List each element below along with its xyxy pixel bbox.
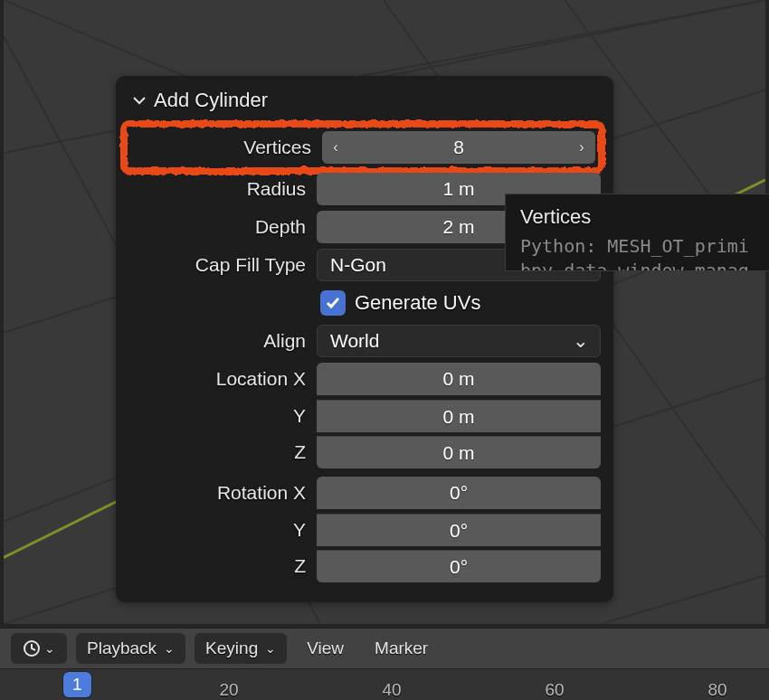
editor-type-dropdown[interactable]: ⌄ — [11, 633, 67, 664]
location-x-field[interactable]: 0 m — [317, 363, 601, 395]
location-y-label: Y — [128, 405, 309, 427]
timeline-toolbar: ⌄ Playback ⌄ Keying ⌄ View Marker — [0, 628, 769, 669]
timeline-ruler[interactable]: 1 20 40 60 80 — [0, 669, 769, 700]
chevron-right-icon[interactable]: › — [568, 131, 595, 164]
location-z-field[interactable]: 0 m — [317, 436, 601, 468]
view-menu[interactable]: View — [296, 639, 355, 658]
timeline-tick: 20 — [211, 680, 247, 700]
tooltip-title: Vertices — [520, 205, 762, 229]
location-y-field[interactable]: 0 m — [317, 400, 601, 432]
tooltip: Vertices Python: MESH_OT_primi bpy.data.… — [505, 194, 769, 271]
rotation-z-field[interactable]: 0° — [317, 550, 601, 582]
rotation-x-label: Rotation X — [128, 482, 309, 504]
vertices-value: 8 — [453, 137, 464, 158]
location-z-label: Z — [128, 441, 309, 463]
generate-uvs-label: Generate UVs — [355, 291, 480, 315]
chevron-left-icon[interactable]: ‹ — [322, 131, 349, 164]
chevron-down-icon: ⌄ — [44, 641, 55, 656]
rotation-z-label: Z — [128, 555, 309, 577]
playback-menu[interactable]: Playback ⌄ — [76, 633, 185, 664]
align-label: Align — [128, 330, 309, 352]
keying-menu[interactable]: Keying ⌄ — [195, 633, 287, 664]
timeline-editor: ⌄ Playback ⌄ Keying ⌄ View Marker 1 20 4… — [0, 628, 769, 700]
svg-line-6 — [601, 575, 765, 624]
vertices-label: Vertices — [134, 137, 315, 158]
rotation-group: Rotation X 0° Y 0° Z 0° — [128, 474, 601, 584]
operator-panel: Add Cylinder Vertices ‹ 8 › Radius 1 m D… — [116, 76, 613, 602]
clock-icon — [23, 639, 41, 657]
timeline-tick: 60 — [536, 680, 573, 700]
panel-title: Add Cylinder — [154, 89, 268, 112]
timeline-tick: 40 — [374, 680, 410, 700]
tooltip-body: Python: MESH_OT_primi bpy.data.window_ma… — [520, 234, 762, 271]
panel-header[interactable]: Add Cylinder — [128, 89, 601, 112]
depth-label: Depth — [128, 216, 309, 238]
align-dropdown[interactable]: World ⌄ — [317, 325, 601, 357]
chevron-down-icon — [132, 93, 147, 108]
chevron-down-icon: ⌄ — [573, 330, 589, 352]
chevron-down-icon: ⌄ — [265, 641, 276, 656]
cap-fill-label: Cap Fill Type — [128, 254, 309, 276]
rotation-y-label: Y — [128, 519, 309, 541]
location-group: Location X 0 m Y 0 m Z 0 m — [128, 360, 601, 470]
location-x-label: Location X — [128, 368, 309, 390]
generate-uvs-checkbox[interactable] — [320, 290, 346, 316]
marker-menu[interactable]: Marker — [364, 639, 439, 658]
rotation-y-field[interactable]: 0° — [317, 514, 601, 546]
rotation-x-field[interactable]: 0° — [317, 477, 601, 509]
chevron-down-icon: ⌄ — [164, 641, 175, 656]
current-frame-badge[interactable]: 1 — [63, 672, 91, 697]
vertices-field[interactable]: ‹ 8 › — [322, 131, 595, 164]
check-icon — [325, 295, 341, 311]
radius-label: Radius — [128, 178, 309, 200]
timeline-tick: 80 — [699, 680, 736, 700]
